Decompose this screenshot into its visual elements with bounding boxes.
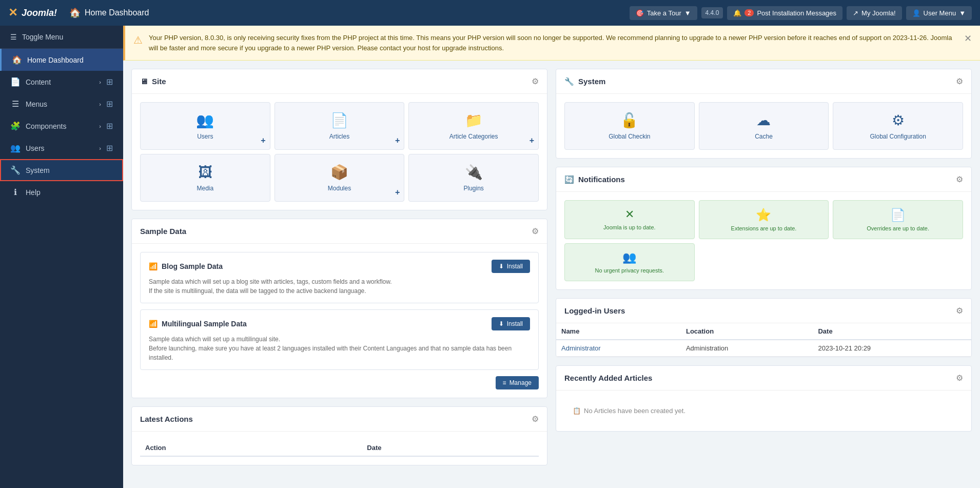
administrator-link[interactable]: Administrator <box>561 344 601 352</box>
recently-added-gear-button[interactable]: ⚙ <box>956 373 963 383</box>
sidebar-item-components[interactable]: 🧩 Components › ⊞ <box>0 115 123 137</box>
sidebar-item-label-home: Home Dashboard <box>27 56 84 64</box>
sidebar-item-help[interactable]: ℹ Help <box>0 181 123 203</box>
privacy-notif[interactable]: 👥 No urgent privacy requests. <box>564 243 695 281</box>
joomla-update-notif[interactable]: ✕ Joomla is up to date. <box>564 200 695 239</box>
post-install-button[interactable]: 🔔 2 Post Installation Messages <box>727 6 842 20</box>
sample-data-panel-header: Sample Data ⚙ <box>132 219 547 244</box>
download-icon-multi: ⬇ <box>499 320 504 327</box>
sample-data-gear-button[interactable]: ⚙ <box>532 226 539 236</box>
toggle-menu-item[interactable]: ☰ Toggle Menu <box>0 26 123 49</box>
components-grid-icon: ⊞ <box>106 121 113 131</box>
file-gray-icon: 📋 <box>573 407 581 415</box>
topbar-page-title: Home Dashboard <box>85 8 149 17</box>
sidebar-item-content[interactable]: 📄 Content › ⊞ <box>0 71 123 93</box>
quick-icon-media[interactable]: 🖼 Media <box>140 154 270 202</box>
sidebar-item-system[interactable]: 🔧 System <box>0 159 123 181</box>
wrench-icon: 🔧 <box>564 77 574 86</box>
user-menu-chevron: ▼ <box>959 9 966 17</box>
chevron-down-icon: ▼ <box>684 9 691 17</box>
logged-in-users-gear-button[interactable]: ⚙ <box>956 306 963 316</box>
user-menu-button[interactable]: 👤 User Menu ▼ <box>906 6 972 20</box>
take-tour-label: Take a Tour <box>647 9 681 17</box>
refresh-icon: 🔄 <box>564 175 574 184</box>
sidebar: ☰ Toggle Menu 🏠 Home Dashboard 📄 Content… <box>0 26 123 488</box>
multilingual-sample-desc: Sample data which will set up a multilin… <box>149 335 530 362</box>
toggle-menu-label: Toggle Menu <box>22 33 63 41</box>
articles-icon: 📄 <box>330 112 348 129</box>
notifications-panel: 🔄 Notifications ⚙ ✕ Joomla is up to date… <box>556 167 972 290</box>
joomla-x-icon: ✕ <box>8 6 17 19</box>
global-config-label: Global Configuration <box>870 133 926 140</box>
latest-actions-gear-button[interactable]: ⚙ <box>532 414 539 424</box>
extensions-update-notif[interactable]: ⭐ Extensions are up to date. <box>699 200 829 239</box>
logged-in-users-table: Name Location Date Administrator Adminis… <box>556 323 971 357</box>
system-icon: 🔧 <box>10 165 21 175</box>
quick-icon-plugins[interactable]: 🔌 Plugins <box>408 154 539 202</box>
notifications-panel-header: 🔄 Notifications ⚙ <box>556 167 971 192</box>
quick-icon-cache[interactable]: ☁ Cache <box>699 102 829 150</box>
articles-icon-label: Articles <box>329 133 349 140</box>
manage-button[interactable]: ≡ Manage <box>496 376 539 389</box>
notifications-panel-title: Notifications <box>578 175 625 184</box>
sidebar-item-label-menus: Menus <box>26 100 47 108</box>
take-tour-button[interactable]: 🎯 Take a Tour ▼ <box>630 6 697 20</box>
system-panel-body: 🔓 Global Checkin ☁ Cache ⚙ Global Config… <box>556 94 971 158</box>
sample-data-panel-title: Sample Data <box>140 227 186 236</box>
my-joomla-button[interactable]: ↗ My Joomla! <box>847 6 901 20</box>
joomla-update-label: Joomla is up to date. <box>603 224 656 230</box>
media-icon: 🖼 <box>198 164 212 181</box>
multilingual-sample-item: 📶 Multilingual Sample Data ⬇ Install Sam… <box>140 309 539 370</box>
quick-icon-article-categories[interactable]: 📁 Article Categories + <box>408 102 539 150</box>
multilingual-install-button[interactable]: ⬇ Install <box>492 317 530 330</box>
external-link-icon: ↗ <box>853 9 858 17</box>
site-panel-title: Site <box>152 77 166 86</box>
users-col-name: Name <box>556 323 681 340</box>
content-arrow: › <box>99 79 101 85</box>
cache-icon: ☁ <box>756 112 771 129</box>
notifications-gear-button[interactable]: ⚙ <box>956 174 963 184</box>
logged-in-users-panel: Logged-in Users ⚙ Name Location Date <box>556 298 972 357</box>
joomla-logo[interactable]: ✕ Joomla! <box>8 6 57 19</box>
help-icon: ℹ <box>10 187 21 197</box>
article-categories-add-button[interactable]: + <box>530 136 534 145</box>
quick-icon-articles[interactable]: 📄 Articles + <box>275 102 405 150</box>
latest-actions-title-area: Latest Actions <box>140 415 193 423</box>
sample-data-panel: Sample Data ⚙ 📶 Blog Sample Data <box>131 219 547 398</box>
sidebar-item-home-dashboard[interactable]: 🏠 Home Dashboard <box>0 49 123 71</box>
quick-icon-users[interactable]: 👥 Users + <box>140 102 270 150</box>
list-icon: ≡ <box>503 379 506 386</box>
quick-icon-modules[interactable]: 📦 Modules + <box>275 154 405 202</box>
logged-in-users-title-area: Logged-in Users <box>564 306 625 315</box>
recently-added-header: Recently Added Articles ⚙ <box>556 366 971 391</box>
site-panel-gear-button[interactable]: ⚙ <box>532 76 539 86</box>
wifi-icon-multi: 📶 <box>149 320 158 328</box>
users-col-location: Location <box>681 323 813 340</box>
global-checkin-label: Global Checkin <box>609 133 650 140</box>
site-panel-header: 🖥 Site ⚙ <box>132 69 547 94</box>
content-icon: 📄 <box>10 77 21 87</box>
modules-add-button[interactable]: + <box>395 188 400 197</box>
blog-sample-item: 📶 Blog Sample Data ⬇ Install Sample data… <box>140 252 539 303</box>
sidebar-item-label-system: System <box>26 166 50 174</box>
sidebar-item-users[interactable]: 👥 Users › ⊞ <box>0 137 123 159</box>
site-panel-body: 👥 Users + 📄 Articles + <box>132 94 547 210</box>
users-icon: 👥 <box>196 112 214 129</box>
alert-close-button[interactable]: ✕ <box>964 33 972 44</box>
system-panel-gear-button[interactable]: ⚙ <box>956 76 963 86</box>
multilingual-sample-title: Multilingual Sample Data <box>162 320 247 328</box>
articles-add-button[interactable]: + <box>395 136 400 145</box>
recently-added-panel: Recently Added Articles ⚙ 📋 No Articles … <box>556 365 972 432</box>
menus-arrow: › <box>99 101 101 107</box>
quick-icon-global-checkin[interactable]: 🔓 Global Checkin <box>564 102 695 150</box>
overrides-update-notif[interactable]: 📄 Overrides are up to date. <box>833 200 963 239</box>
multilingual-sample-title-area: 📶 Multilingual Sample Data <box>149 320 247 328</box>
file-notif-icon: 📄 <box>890 208 906 222</box>
quick-icon-global-configuration[interactable]: ⚙ Global Configuration <box>833 102 963 150</box>
blog-install-button[interactable]: ⬇ Install <box>492 260 530 273</box>
menus-icon: ☰ <box>10 99 21 109</box>
sidebar-item-menus[interactable]: ☰ Menus › ⊞ <box>0 93 123 115</box>
sample-data-title-area: Sample Data <box>140 227 186 236</box>
users-add-button[interactable]: + <box>261 136 265 145</box>
logged-in-users-title: Logged-in Users <box>564 306 625 315</box>
